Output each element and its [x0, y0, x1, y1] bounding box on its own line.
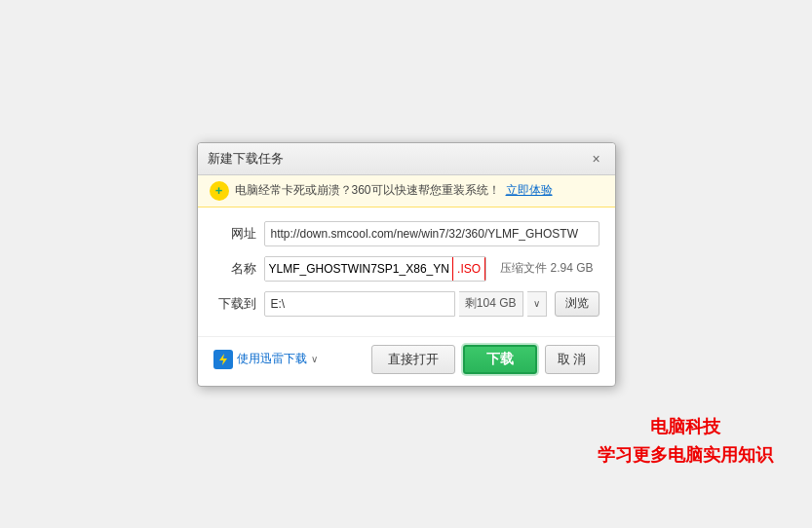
form-area: 网址 名称 .ISO 压缩文件 2.94 GB 下载到 剩104 GB ∨ 浏览: [198, 207, 615, 336]
browse-button[interactable]: 浏览: [555, 291, 599, 317]
close-button[interactable]: ×: [588, 150, 605, 168]
title-bar: 新建下载任务 ×: [198, 143, 615, 175]
speed-dropdown-icon[interactable]: ∨: [311, 354, 318, 364]
speed-label: 使用迅雷下载: [237, 351, 307, 367]
name-label: 名称: [213, 260, 256, 278]
url-input[interactable]: [264, 221, 599, 246]
banner-link[interactable]: 立即体验: [506, 182, 553, 199]
banner-text: 电脑经常卡死或崩溃？360可以快速帮您重装系统！: [235, 182, 500, 199]
name-ext: .ISO: [452, 257, 485, 281]
promo-banner: + 电脑经常卡死或崩溃？360可以快速帮您重装系统！ 立即体验: [198, 175, 615, 207]
url-row: 网址: [213, 221, 599, 246]
thunder-icon: [213, 350, 233, 369]
banner-icon: +: [210, 181, 229, 201]
cancel-button[interactable]: 取 消: [545, 345, 599, 374]
download-to-row: 下载到 剩104 GB ∨ 浏览: [213, 291, 599, 317]
file-size: 压缩文件 2.94 GB: [494, 260, 599, 277]
download-to-label: 下载到: [213, 295, 256, 313]
space-info: 剩104 GB: [459, 291, 523, 317]
bottom-bar: 使用迅雷下载 ∨ 直接打开 下载 取 消: [198, 336, 615, 386]
download-to-wrap: 剩104 GB ∨: [264, 291, 547, 317]
path-dropdown-btn[interactable]: ∨: [527, 291, 547, 317]
watermark: 电脑科技 学习更多电脑实用知识: [598, 413, 773, 470]
name-input[interactable]: [265, 257, 453, 281]
open-button[interactable]: 直接打开: [371, 345, 455, 374]
url-label: 网址: [213, 225, 256, 243]
download-button[interactable]: 下载: [463, 345, 537, 374]
download-dialog: 新建下载任务 × + 电脑经常卡死或崩溃？360可以快速帮您重装系统！ 立即体验…: [197, 142, 616, 387]
watermark-line1: 电脑科技: [598, 413, 773, 441]
watermark-line2: 学习更多电脑实用知识: [598, 441, 773, 470]
name-input-wrap: .ISO: [264, 256, 487, 282]
action-buttons: 直接打开 下载 取 消: [371, 345, 599, 374]
name-row: 名称 .ISO 压缩文件 2.94 GB: [213, 256, 599, 282]
speed-download-link[interactable]: 使用迅雷下载 ∨: [213, 350, 318, 369]
dialog-title: 新建下载任务: [208, 150, 284, 168]
path-input[interactable]: [264, 291, 455, 317]
svg-marker-0: [219, 354, 227, 365]
